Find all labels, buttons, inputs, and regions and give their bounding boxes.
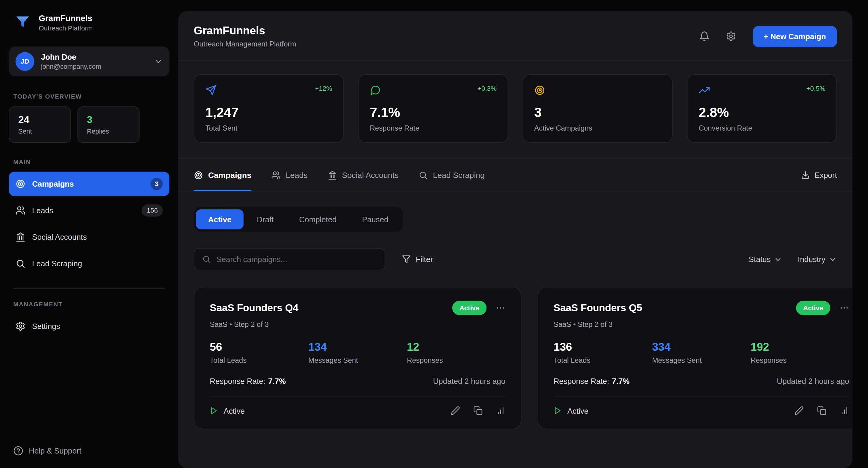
campaign-state-label: Active xyxy=(224,406,245,415)
sidebar-item-campaigns[interactable]: Campaigns 3 xyxy=(9,172,169,196)
gear-icon[interactable] xyxy=(721,27,740,46)
filter-label: Filter xyxy=(415,255,433,264)
edit-icon[interactable] xyxy=(451,406,460,415)
target-icon xyxy=(534,85,545,96)
campaign-meta: SaaS • Step 2 of 3 xyxy=(210,320,505,329)
tab-leads[interactable]: Leads xyxy=(271,159,307,191)
sidebar-divider xyxy=(13,288,165,289)
card-divider xyxy=(554,397,849,397)
tab-label: Lead Scraping xyxy=(433,171,485,179)
send-icon xyxy=(205,85,216,96)
sidebar-item-settings[interactable]: Settings xyxy=(9,314,169,338)
main-section-label: MAIN xyxy=(13,158,165,165)
more-options-icon[interactable] xyxy=(495,303,505,313)
new-campaign-button[interactable]: + New Campaign xyxy=(752,26,837,47)
more-options-icon[interactable] xyxy=(839,303,849,313)
stat-card-active-campaigns: 3 Active Campaigns xyxy=(523,74,673,143)
bar-chart-icon[interactable] xyxy=(496,406,505,415)
stat-label: Messages Sent xyxy=(308,356,407,364)
campaign-name: SaaS Founders Q4 xyxy=(210,302,299,314)
updated-timestamp: Updated 2 hours ago xyxy=(777,377,849,385)
replies-label: Replies xyxy=(87,127,130,135)
campaign-state: Active xyxy=(210,406,245,415)
tab-campaigns[interactable]: Campaigns xyxy=(194,159,251,191)
response-rate-label: Response Rate: xyxy=(210,377,265,385)
tab-social-accounts[interactable]: Social Accounts xyxy=(328,159,399,191)
chevron-down-icon xyxy=(829,255,837,264)
funnel-logo-icon xyxy=(13,13,32,32)
sidebar-item-lead-scraping[interactable]: Lead Scraping xyxy=(9,252,169,276)
chevron-down-icon xyxy=(774,255,782,264)
industry-dropdown[interactable]: Industry xyxy=(798,255,837,264)
stat-value: 334 xyxy=(652,341,751,353)
chevron-down-icon xyxy=(154,57,163,66)
sidebar-item-leads[interactable]: Leads 156 xyxy=(9,198,169,223)
tab-lead-scraping[interactable]: Lead Scraping xyxy=(418,159,485,191)
chat-icon xyxy=(370,85,381,96)
bell-icon[interactable] xyxy=(695,27,714,46)
campaign-name: SaaS Founders Q5 xyxy=(554,302,642,314)
campaign-card: SaaS Founders Q5 Active SaaS • Step 2 of… xyxy=(537,287,852,429)
segment-active[interactable]: Active xyxy=(196,209,244,229)
segment-draft[interactable]: Draft xyxy=(245,209,286,229)
status-dropdown[interactable]: Status xyxy=(749,255,782,264)
stat-label: Total Leads xyxy=(210,356,308,364)
target-icon xyxy=(194,170,203,180)
segment-completed[interactable]: Completed xyxy=(287,209,349,229)
stat-value: 136 xyxy=(554,341,652,353)
stat-value: 2.8% xyxy=(699,105,826,120)
stat-card-conversion-rate: +0.5% 2.8% Conversion Rate xyxy=(687,74,837,143)
management-section-label: MANAGEMENT xyxy=(13,301,165,307)
user-menu[interactable]: JD John Doe john@company.com xyxy=(9,47,169,76)
responses-stat: 192 Responses xyxy=(751,341,849,364)
delta-badge: +12% xyxy=(315,85,332,93)
search-icon xyxy=(16,259,25,269)
app-subtitle: Outreach Platform xyxy=(39,24,93,32)
user-email: john@company.com xyxy=(41,63,101,70)
filter-dropdowns: Status Industry xyxy=(749,255,837,264)
delta-badge: +0.3% xyxy=(477,85,496,93)
replies-stat-card: 3 Replies xyxy=(78,107,140,143)
segment-paused[interactable]: Paused xyxy=(350,209,401,229)
response-rate-value: 7.7% xyxy=(612,377,629,385)
main-header: GramFunnels Outreach Management Platform… xyxy=(178,11,852,60)
industry-dropdown-label: Industry xyxy=(798,255,825,264)
stat-label: Response Rate xyxy=(370,124,497,133)
campaign-actions xyxy=(451,406,505,415)
stat-value: 12 xyxy=(407,341,505,353)
search-icon xyxy=(202,255,211,264)
sidebar-item-label: Social Accounts xyxy=(32,233,87,241)
avatar: JD xyxy=(16,52,34,71)
card-divider xyxy=(210,397,505,397)
response-rate-value: 7.7% xyxy=(268,377,286,385)
help-label: Help & Support xyxy=(29,446,82,455)
filter-button[interactable]: Filter xyxy=(402,255,433,264)
campaign-meta: SaaS • Step 2 of 3 xyxy=(554,320,849,329)
search-input[interactable] xyxy=(216,255,377,264)
tab-label: Campaigns xyxy=(208,171,252,179)
campaigns-count-badge: 3 xyxy=(151,178,163,190)
bar-chart-icon[interactable] xyxy=(840,406,849,415)
sidebar-item-social-accounts[interactable]: Social Accounts xyxy=(9,225,169,250)
stat-label: Total Sent xyxy=(205,124,332,133)
copy-icon[interactable] xyxy=(473,406,483,415)
search-row: Filter Status Industry xyxy=(194,248,837,270)
campaign-actions xyxy=(795,406,849,415)
stat-label: Conversion Rate xyxy=(699,124,826,133)
sent-value: 24 xyxy=(19,114,61,126)
sidebar-item-label: Settings xyxy=(32,322,60,330)
sidebar: GramFunnels Outreach Platform JD John Do… xyxy=(0,0,178,468)
tab-label: Social Accounts xyxy=(342,171,399,179)
campaigns-content: Active Draft Completed Paused Filter xyxy=(178,192,852,468)
app-root: GramFunnels Outreach Platform JD John Do… xyxy=(0,0,868,468)
status-segmented-control: Active Draft Completed Paused xyxy=(194,207,403,232)
edit-icon[interactable] xyxy=(795,406,804,415)
help-support-link[interactable]: Help & Support xyxy=(9,446,169,456)
trending-up-icon xyxy=(699,85,710,96)
export-button[interactable]: Export xyxy=(801,171,837,179)
main-nav: Campaigns 3 Leads 156 Social Accounts xyxy=(9,172,169,275)
app-title: GramFunnels xyxy=(39,13,93,23)
play-icon xyxy=(210,407,218,415)
copy-icon[interactable] xyxy=(817,406,827,415)
stat-value: 134 xyxy=(308,341,407,353)
